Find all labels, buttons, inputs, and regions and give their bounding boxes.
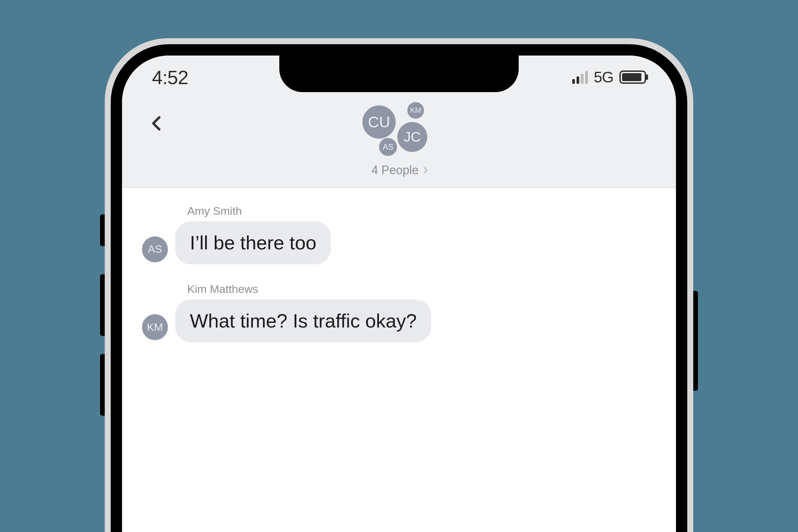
- silent-switch[interactable]: [100, 214, 105, 246]
- message-list[interactable]: AS Amy Smith I’ll be there too KM Kim Ma…: [122, 188, 676, 342]
- back-button[interactable]: [149, 115, 165, 131]
- avatar[interactable]: AS: [142, 236, 168, 262]
- group-info-button[interactable]: 4 People: [372, 163, 426, 177]
- volume-up-button[interactable]: [100, 274, 105, 336]
- message-row: AS Amy Smith I’ll be there too: [142, 205, 541, 264]
- conversation-header: CU KM JC AS 4 People: [122, 99, 676, 187]
- avatar-cu: CU: [362, 106, 396, 139]
- status-time: 4:52: [152, 66, 188, 89]
- network-label: 5G: [594, 68, 613, 86]
- chevron-right-icon: [421, 167, 428, 174]
- group-label-text: 4 People: [372, 163, 419, 177]
- battery-icon: [620, 71, 646, 84]
- volume-down-button[interactable]: [100, 354, 105, 416]
- message-bubble[interactable]: What time? Is traffic okay?: [175, 300, 431, 342]
- avatar-jc: JC: [397, 122, 427, 152]
- phone-screen: 4:52 5G: [122, 56, 676, 532]
- avatar-km: KM: [407, 102, 424, 119]
- chevron-left-icon: [149, 115, 165, 131]
- status-right: 5G: [572, 68, 646, 86]
- notch: [279, 56, 519, 92]
- sender-name: Kim Matthews: [187, 283, 431, 296]
- avatar[interactable]: KM: [142, 314, 168, 340]
- message-row: KM Kim Matthews What time? Is traffic ok…: [142, 283, 541, 342]
- phone-bezel: 4:52 5G: [111, 44, 687, 532]
- message-bubble[interactable]: I’ll be there too: [175, 222, 331, 264]
- signal-icon: [572, 71, 588, 84]
- sender-name: Amy Smith: [187, 205, 331, 217]
- avatar-as: AS: [379, 138, 397, 156]
- group-avatar-cluster[interactable]: CU KM JC AS: [356, 102, 442, 162]
- phone-frame: 4:52 5G: [105, 38, 693, 532]
- power-button[interactable]: [693, 291, 698, 391]
